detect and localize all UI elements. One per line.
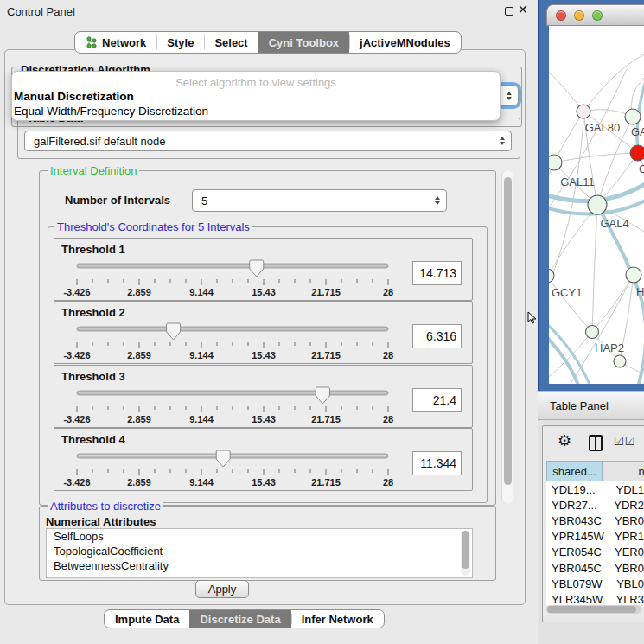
- threshold-slider[interactable]: -3.4262.8599.14415.4321.71528: [70, 449, 416, 490]
- column-split-icon[interactable]: [589, 435, 603, 451]
- table-row[interactable]: YER054CYER0: [546, 545, 644, 560]
- number-of-intervals-label: Number of Intervals: [65, 194, 170, 207]
- network-node-gal11[interactable]: [549, 155, 562, 170]
- table-rows[interactable]: YDL19...YDL1YDR27...YDR2YBR043CYBR0YPR14…: [546, 481, 644, 605]
- number-of-intervals-select[interactable]: 5: [192, 189, 447, 212]
- cell-name: YBR0: [609, 514, 644, 527]
- table-row[interactable]: YDR27...YDR2: [546, 497, 644, 513]
- network-node-hap2[interactable]: [586, 326, 599, 339]
- tab-select[interactable]: Select: [204, 32, 258, 53]
- table-horizontal-scrollbar[interactable]: [546, 605, 641, 614]
- column-header-shared-name[interactable]: shared...: [546, 461, 603, 481]
- table-row[interactable]: YBR043CYBR0: [546, 513, 644, 528]
- slider-tick-label: -3.426: [63, 477, 90, 488]
- column-header-name[interactable]: n: [603, 461, 644, 481]
- network-node-gal4[interactable]: [588, 195, 607, 214]
- list-item[interactable]: TopologicalCoefficient: [47, 544, 472, 558]
- tab-label: Style: [167, 36, 194, 49]
- slider-tick-label: 9.144: [189, 287, 214, 297]
- slider-tick-label: 9.144: [189, 350, 214, 360]
- threshold-slider[interactable]: -3.4262.8599.14415.4321.71528: [70, 322, 416, 363]
- gear-icon[interactable]: ⚙: [558, 431, 571, 450]
- slider-tick-label: 28: [383, 350, 393, 360]
- table-row[interactable]: YBR045CYBR0: [546, 560, 644, 576]
- table-row[interactable]: YBL079WYBL0: [546, 576, 644, 591]
- tab-label: Infer Network: [302, 613, 373, 626]
- close-icon[interactable]: ✕: [518, 3, 528, 16]
- slider-tick-label: 2.859: [127, 287, 151, 297]
- panel-vertical-scrollbar[interactable]: [501, 170, 513, 504]
- slider-thumb[interactable]: [216, 450, 230, 467]
- bottom-tab-discretize-data[interactable]: Discretize Data: [189, 610, 290, 628]
- scrollbar-thumb[interactable]: [547, 606, 636, 613]
- tab-label: Network: [102, 36, 146, 49]
- zoom-traffic-light[interactable]: [592, 10, 603, 21]
- slider-tick-label: 15.43: [252, 414, 276, 424]
- slider-tick-label: 15.43: [252, 287, 276, 297]
- slider-tick-label: 28: [383, 287, 393, 297]
- apply-button[interactable]: Apply: [195, 580, 249, 598]
- tab-label: Select: [214, 36, 247, 49]
- slider-tick-label: 15.43: [252, 477, 276, 488]
- bottom-tab-infer-network[interactable]: Infer Network: [291, 610, 384, 628]
- cell-shared-name: YDR27...: [546, 499, 609, 512]
- bottom-tab-impute-data[interactable]: Impute Data: [105, 610, 189, 628]
- slider-tick-label: 15.43: [252, 350, 276, 360]
- slider-thumb[interactable]: [250, 260, 264, 277]
- slider-tick-label: -3.426: [63, 350, 90, 360]
- threshold-slider[interactable]: -3.4262.8599.14415.4321.71528: [70, 258, 416, 300]
- slider-thumb[interactable]: [167, 323, 181, 340]
- threshold-value-field[interactable]: 11.344: [412, 451, 462, 475]
- network-node-c[interactable]: [630, 145, 644, 161]
- table-row[interactable]: YPR145WYPR1: [546, 529, 644, 545]
- network-node-ga[interactable]: [625, 109, 641, 124]
- table-row[interactable]: YDL19...YDL1: [546, 481, 644, 497]
- tab-cyni-toolbox[interactable]: Cyni Toolbox: [258, 32, 349, 53]
- cell-shared-name: YPR145W: [546, 530, 609, 543]
- node-label: GAL80: [585, 121, 620, 134]
- list-scrollbar[interactable]: [461, 531, 470, 576]
- list-item[interactable]: BetweennessCentrality: [47, 558, 472, 573]
- combo-stepper-icon: [507, 92, 512, 100]
- close-traffic-light[interactable]: [556, 10, 566, 21]
- cell-shared-name: YBR045C: [546, 562, 609, 575]
- network-node[interactable]: [614, 355, 626, 367]
- node-label: GCY1: [552, 286, 582, 299]
- threshold-value-field[interactable]: 6.316: [412, 324, 462, 348]
- numerical-attributes-list[interactable]: SelfLoopsTopologicalCoefficientBetweenne…: [46, 528, 473, 578]
- algorithm-dropdown-popup: Select algorithm to view settings Manual…: [11, 71, 501, 121]
- threshold-value-field[interactable]: 14.713: [412, 261, 462, 285]
- checkbox-columns-icon[interactable]: ☑☑: [614, 435, 635, 448]
- node-label: GAL4: [600, 217, 628, 230]
- minimize-traffic-light[interactable]: [574, 10, 584, 21]
- cell-name: YER0: [609, 545, 644, 558]
- cell-shared-name: YDL19...: [546, 483, 610, 496]
- node-label: GAL11: [560, 175, 595, 188]
- slider-tick-label: 21.715: [311, 477, 341, 488]
- network-node-h[interactable]: [626, 267, 641, 283]
- threshold-value-field[interactable]: 21.4: [412, 388, 462, 412]
- tab-network[interactable]: Network: [75, 32, 156, 53]
- dropdown-option-equal-width-frequency-discretization[interactable]: Equal Width/Frequency Discretization: [14, 104, 498, 118]
- threshold-slider[interactable]: -3.4262.8599.14415.4321.71528: [70, 386, 416, 427]
- dropdown-option-manual-discretization[interactable]: Manual Discretization: [14, 89, 498, 104]
- list-item[interactable]: SelfLoops: [47, 529, 472, 544]
- slider-thumb[interactable]: [316, 387, 329, 404]
- network-window-titlebar[interactable]: [546, 4, 644, 26]
- scrollbar-thumb[interactable]: [504, 177, 512, 485]
- combo-stepper-icon: [435, 196, 440, 205]
- tab-style[interactable]: Style: [156, 32, 204, 53]
- network-canvas[interactable]: GAL80GACGAL11GAL4GCY1HHAP2: [549, 26, 644, 384]
- network-node-gcy1[interactable]: [549, 269, 554, 283]
- float-window-icon[interactable]: [505, 7, 513, 16]
- table-row[interactable]: YLR345WYLR3: [546, 591, 644, 605]
- threshold-panel-4: Threshold 4-3.4262.8599.14415.4321.71528…: [54, 428, 473, 491]
- table-data-select[interactable]: galFiltered.sif default node: [24, 131, 512, 151]
- table-data-value: galFiltered.sif default node: [34, 135, 165, 148]
- tab-label: Impute Data: [115, 613, 179, 626]
- tab-jactivemnodules[interactable]: jActiveMNodules: [349, 32, 461, 53]
- node-label: HAP2: [595, 341, 624, 354]
- slider-tick-label: -3.426: [63, 414, 90, 424]
- network-node-gal80[interactable]: [577, 105, 590, 118]
- scrollbar-thumb[interactable]: [462, 531, 469, 569]
